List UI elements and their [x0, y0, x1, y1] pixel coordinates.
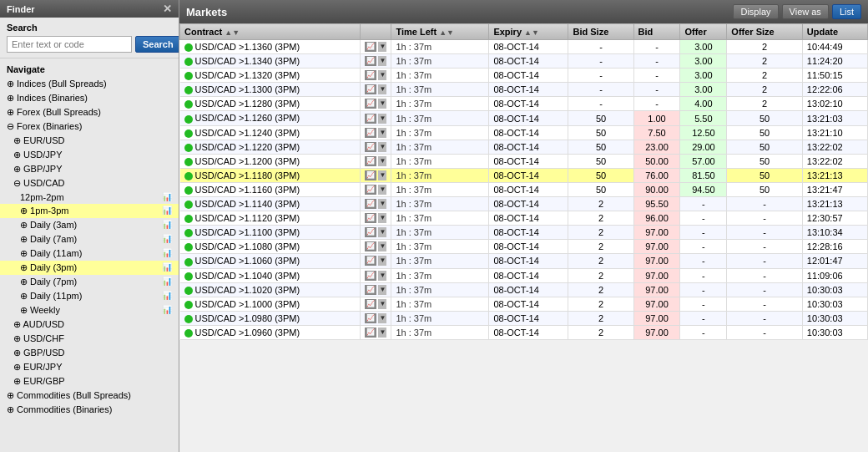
table-row[interactable]: USD/CAD >1.1240 (3PM) 📈 ▼ 1h : 37m08-OCT…	[180, 125, 868, 140]
cell-icons[interactable]: 📈 ▼	[361, 311, 391, 325]
cell-icons[interactable]: 📈 ▼	[361, 111, 391, 125]
cell-icons[interactable]: 📈 ▼	[361, 125, 391, 140]
col-bid-size[interactable]: Bid Size	[568, 24, 633, 40]
dropdown-arrow-icon[interactable]: ▼	[378, 256, 386, 266]
table-row[interactable]: USD/CAD >1.1320 (3PM) 📈 ▼ 1h : 37m08-OCT…	[180, 69, 868, 83]
dropdown-arrow-icon[interactable]: ▼	[378, 213, 386, 223]
table-row[interactable]: USD/CAD >1.1040 (3PM) 📈 ▼ 1h : 37m08-OCT…	[180, 268, 868, 282]
table-row[interactable]: USD/CAD >1.1260 (3PM) 📈 ▼ 1h : 37m08-OCT…	[180, 111, 868, 125]
table-row[interactable]: USD/CAD >1.1160 (3PM) 📈 ▼ 1h : 37m08-OCT…	[180, 182, 868, 196]
col-time-left[interactable]: Time Left ▲▼	[391, 24, 489, 40]
chart-small-icon[interactable]: 📈	[365, 185, 376, 195]
chart-small-icon[interactable]: 📈	[365, 70, 376, 80]
view-as-button[interactable]: View as	[782, 4, 829, 19]
sidebar-item-usd-jpy[interactable]: ⊕ USD/JPY	[0, 148, 179, 162]
sidebar-item-usd-chf[interactable]: ⊕ USD/CHF	[0, 332, 179, 346]
chart-small-icon[interactable]: 📈	[365, 42, 376, 52]
col-offer-size[interactable]: Offer Size	[727, 24, 802, 40]
table-row[interactable]: USD/CAD >1.1060 (3PM) 📈 ▼ 1h : 37m08-OCT…	[180, 254, 868, 268]
sidebar-item-eur-jpy[interactable]: ⊕ EUR/JPY	[0, 360, 179, 374]
chart-small-icon[interactable]: 📈	[365, 170, 376, 180]
chart-small-icon[interactable]: 📈	[365, 128, 376, 138]
chart-small-icon[interactable]: 📈	[365, 313, 376, 323]
table-row[interactable]: USD/CAD >1.1220 (3PM) 📈 ▼ 1h : 37m08-OCT…	[180, 140, 868, 154]
cell-icons[interactable]: 📈 ▼	[361, 83, 391, 97]
sidebar-item-indices-bull[interactable]: ⊕ Indices (Bull Spreads)	[0, 77, 179, 91]
sidebar-item-gbp-usd[interactable]: ⊕ GBP/USD	[0, 346, 179, 360]
table-row[interactable]: USD/CAD >1.1360 (3PM) 📈 ▼ 1h : 37m08-OCT…	[180, 40, 868, 54]
sidebar-item-daily-3pm[interactable]: ⊕ Daily (3pm) 📊	[0, 261, 179, 275]
table-row[interactable]: USD/CAD >1.1180 (3PM) 📈 ▼ 1h : 37m08-OCT…	[180, 168, 868, 182]
dropdown-arrow-icon[interactable]: ▼	[378, 271, 386, 281]
cell-icons[interactable]: 📈 ▼	[361, 325, 391, 339]
sidebar-item-daily-11pm[interactable]: ⊕ Daily (11pm) 📊	[0, 289, 179, 303]
cell-icons[interactable]: 📈 ▼	[361, 168, 391, 182]
cell-icons[interactable]: 📈 ▼	[361, 97, 391, 111]
dropdown-arrow-icon[interactable]: ▼	[378, 142, 386, 152]
sidebar-item-usd-cad[interactable]: ⊖ USD/CAD	[0, 176, 179, 190]
cell-icons[interactable]: 📈 ▼	[361, 69, 391, 83]
dropdown-arrow-icon[interactable]: ▼	[378, 42, 386, 52]
col-offer[interactable]: Offer	[680, 24, 727, 40]
chart-icon[interactable]: 📊	[162, 192, 172, 201]
dropdown-arrow-icon[interactable]: ▼	[378, 285, 386, 295]
dropdown-arrow-icon[interactable]: ▼	[378, 313, 386, 323]
dropdown-arrow-icon[interactable]: ▼	[378, 199, 386, 209]
table-row[interactable]: USD/CAD >1.1100 (3PM) 📈 ▼ 1h : 37m08-OCT…	[180, 226, 868, 240]
sidebar-item-commodities-bull[interactable]: ⊕ Commodities (Bull Spreads)	[0, 389, 179, 403]
table-row[interactable]: USD/CAD >1.1140 (3PM) 📈 ▼ 1h : 37m08-OCT…	[180, 197, 868, 211]
cell-icons[interactable]: 📈 ▼	[361, 197, 391, 211]
chart-small-icon[interactable]: 📈	[365, 241, 376, 251]
sidebar-item-daily-3am[interactable]: ⊕ Daily (3am) 📊	[0, 218, 179, 232]
chart-icon[interactable]: 📊	[162, 248, 172, 257]
dropdown-arrow-icon[interactable]: ▼	[378, 156, 386, 166]
table-row[interactable]: USD/CAD >1.1080 (3PM) 📈 ▼ 1h : 37m08-OCT…	[180, 240, 868, 254]
chart-small-icon[interactable]: 📈	[365, 299, 376, 309]
col-update[interactable]: Update	[802, 24, 867, 40]
cell-icons[interactable]: 📈 ▼	[361, 154, 391, 168]
chart-icon[interactable]: 📊	[162, 291, 172, 300]
display-button[interactable]: Display	[733, 4, 778, 19]
sidebar-item-gbp-jpy[interactable]: ⊕ GBP/JPY	[0, 162, 179, 176]
cell-icons[interactable]: 📈 ▼	[361, 282, 391, 297]
cell-icons[interactable]: 📈 ▼	[361, 54, 391, 69]
chart-icon[interactable]: 📊	[162, 277, 172, 286]
sidebar-item-aud-usd[interactable]: ⊕ AUD/USD	[0, 317, 179, 332]
chart-icon[interactable]: 📊	[162, 305, 172, 314]
cell-icons[interactable]: 📈 ▼	[361, 254, 391, 268]
chart-small-icon[interactable]: 📈	[365, 156, 376, 166]
cell-icons[interactable]: 📈 ▼	[361, 182, 391, 196]
sidebar-item-12pm-2pm[interactable]: 12pm-2pm 📊	[0, 190, 179, 204]
chart-small-icon[interactable]: 📈	[365, 99, 376, 109]
dropdown-arrow-icon[interactable]: ▼	[378, 56, 386, 66]
sidebar-item-1pm-3pm[interactable]: ⊕ 1pm-3pm 📊	[0, 204, 179, 218]
dropdown-arrow-icon[interactable]: ▼	[378, 241, 386, 251]
search-input[interactable]	[7, 36, 132, 53]
list-button[interactable]: List	[832, 4, 861, 19]
sidebar-item-forex-bin[interactable]: ⊖ Forex (Binaries)	[0, 119, 179, 134]
dropdown-arrow-icon[interactable]: ▼	[378, 128, 386, 138]
chart-small-icon[interactable]: 📈	[365, 285, 376, 295]
table-row[interactable]: USD/CAD >1.1000 (3PM) 📈 ▼ 1h : 37m08-OCT…	[180, 297, 868, 311]
dropdown-arrow-icon[interactable]: ▼	[378, 170, 386, 180]
table-row[interactable]: USD/CAD >1.1280 (3PM) 📈 ▼ 1h : 37m08-OCT…	[180, 97, 868, 111]
cell-icons[interactable]: 📈 ▼	[361, 297, 391, 311]
dropdown-arrow-icon[interactable]: ▼	[378, 328, 386, 338]
sidebar-item-daily-7am[interactable]: ⊕ Daily (7am) 📊	[0, 232, 179, 246]
cell-icons[interactable]: 📈 ▼	[361, 211, 391, 226]
table-row[interactable]: USD/CAD >1.0960 (3PM) 📈 ▼ 1h : 37m08-OCT…	[180, 325, 868, 339]
cell-icons[interactable]: 📈 ▼	[361, 268, 391, 282]
chart-small-icon[interactable]: 📈	[365, 199, 376, 209]
sidebar-item-weekly[interactable]: ⊕ Weekly 📊	[0, 303, 179, 317]
chart-small-icon[interactable]: 📈	[365, 227, 376, 237]
col-bid[interactable]: Bid	[633, 24, 680, 40]
dropdown-arrow-icon[interactable]: ▼	[378, 185, 386, 195]
sidebar-item-forex-bull[interactable]: ⊕ Forex (Bull Spreads)	[0, 105, 179, 119]
cell-icons[interactable]: 📈 ▼	[361, 240, 391, 254]
col-contract[interactable]: Contract ▲▼	[180, 24, 361, 40]
table-row[interactable]: USD/CAD >1.0980 (3PM) 📈 ▼ 1h : 37m08-OCT…	[180, 311, 868, 325]
chart-small-icon[interactable]: 📈	[365, 142, 376, 152]
chart-small-icon[interactable]: 📈	[365, 84, 376, 94]
chart-small-icon[interactable]: 📈	[365, 56, 376, 66]
sidebar-item-daily-11am[interactable]: ⊕ Daily (11am) 📊	[0, 246, 179, 261]
